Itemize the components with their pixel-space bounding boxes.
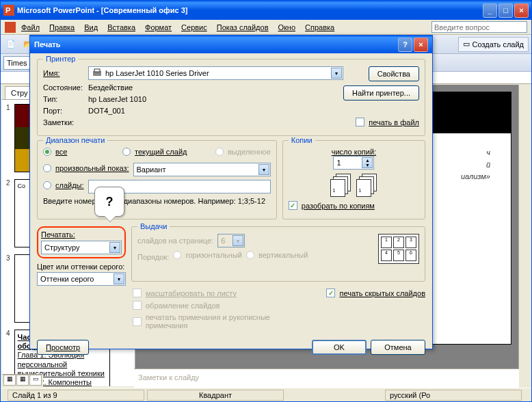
printer-legend: Принтер	[43, 55, 78, 63]
print-what-combo[interactable]: Структуру▾	[41, 241, 122, 254]
printer-name-label: Имя:	[43, 69, 84, 77]
print-what-left: Печатать: Структуру▾ Цвет или оттенки се…	[37, 226, 126, 286]
doc-icon	[5, 22, 16, 33]
dialog-close-button[interactable]: ×	[414, 38, 428, 52]
range-slides-label: слайды:	[55, 181, 84, 189]
sorter-view-button[interactable]: ▦	[16, 375, 29, 386]
menu-file[interactable]: Файл	[17, 22, 44, 33]
menu-view[interactable]: Вид	[80, 22, 102, 33]
vertical-scrollbar[interactable]	[518, 85, 530, 386]
maximize-button[interactable]: □	[498, 3, 513, 18]
tofile-label: печать в файл	[369, 118, 419, 126]
colormode-label: Цвет или оттенки серого:	[37, 263, 126, 271]
menu-edit[interactable]: Правка	[45, 22, 79, 33]
custom-show-combo[interactable]: Вариант▾	[133, 163, 271, 176]
menu-slideshow[interactable]: Показ слайдов	[213, 22, 273, 33]
printer-name-combo[interactable]: hp LaserJet 1010 Series Driver ▾	[88, 66, 343, 80]
close-button[interactable]: ×	[514, 3, 529, 18]
collate-checkbox[interactable]: ✓разобрать по копиям	[289, 201, 419, 210]
copies-spinner[interactable]: 1▲▼	[333, 156, 374, 170]
cancel-button[interactable]: Отмена	[371, 340, 425, 355]
menu-insert[interactable]: Вставка	[103, 22, 139, 33]
help-button[interactable]: ?	[398, 38, 412, 52]
perpage-combo: 6▾	[217, 234, 245, 247]
fit-label: масштабировать по листу	[146, 289, 237, 297]
radio-icon	[122, 148, 131, 156]
type-value: hp LaserJet 1010	[88, 95, 146, 103]
checkbox-icon	[133, 301, 142, 310]
checkbox-icon	[133, 289, 142, 297]
thumb-num: 3	[6, 254, 10, 323]
colormode-combo[interactable]: Оттенки серого▾	[37, 272, 126, 286]
preview-button[interactable]: Просмотр	[37, 340, 89, 355]
dialog-title: Печать	[34, 40, 60, 49]
copies-value: 1	[336, 159, 341, 167]
chevron-down-icon: ▾	[258, 164, 269, 175]
slideshow-view-button[interactable]: ▭	[29, 375, 42, 386]
ask-question-box[interactable]	[431, 21, 527, 33]
ok-button[interactable]: OK	[312, 340, 367, 355]
svg-rect-4	[94, 69, 100, 72]
range-custom-label: произвольный показ:	[55, 164, 129, 172]
printer-name-value: hp LaserJet 1010 Series Driver	[105, 69, 209, 77]
radio-icon	[215, 148, 224, 156]
radio-icon	[43, 148, 51, 156]
print-to-file-checkbox[interactable]: печать в файл	[356, 118, 419, 126]
hidden-label: печать скрытых слайдов	[339, 289, 425, 297]
comments-checkbox: печатать примечания и рукописные примеча…	[133, 313, 312, 330]
dialog-titlebar: Печать ? ×	[30, 36, 432, 53]
minimize-button[interactable]: _	[483, 3, 497, 18]
font-value: Times	[7, 59, 27, 67]
menu-format[interactable]: Формат	[141, 22, 176, 33]
comments-label: печатать примечания и рукописные примеча…	[146, 313, 313, 330]
handouts-legend: Выдачи	[137, 222, 170, 230]
type-label: Тип:	[43, 95, 84, 103]
handouts-group: Выдачи слайдов на странице: 6▾ Порядок: …	[131, 226, 425, 282]
radio-icon	[43, 181, 51, 189]
range-all-radio[interactable]: все	[43, 148, 118, 156]
printer-icon	[92, 68, 103, 79]
state-value: Бездействие	[88, 83, 133, 92]
checkbox-icon	[356, 118, 364, 126]
normal-view-button[interactable]: ▦	[3, 375, 16, 386]
spinner-icon: ▲▼	[362, 157, 373, 168]
range-slides-radio[interactable]: слайды:	[43, 181, 84, 189]
print-what-value: Структуру	[44, 243, 79, 252]
copies-legend: Копии	[289, 136, 315, 144]
view-buttons: ▦ ▦ ▭	[2, 374, 43, 386]
frame-checkbox: обрамление слайдов	[133, 301, 312, 310]
notes-placeholder: Заметки к слайду	[138, 373, 199, 381]
menu-tools[interactable]: Сервис	[177, 22, 211, 33]
range-custom-radio[interactable]: произвольный показ:	[43, 164, 129, 172]
new-button[interactable]: 📄	[3, 37, 18, 52]
printer-group: Принтер Имя: hp LaserJet 1010 Series Dri…	[37, 59, 425, 136]
horiz-label: горизонтальный	[185, 251, 242, 259]
print-dialog: Печать ? × Принтер Имя: hp LaserJet 1010…	[29, 35, 433, 349]
app-title: Microsoft PowerPoint - [Современный офис…	[17, 6, 187, 14]
range-current-radio[interactable]: текущий слайд	[122, 148, 211, 156]
radio-icon	[173, 251, 181, 259]
handout-preview: 123456	[378, 234, 419, 264]
status-lang: русский (Ро	[385, 390, 522, 401]
print-what-highlight: Печатать: Структуру▾	[37, 226, 126, 258]
copies-count-label: число копий:	[289, 148, 419, 156]
port-label: Порт:	[43, 107, 84, 115]
status-slide: Слайд 1 из 9	[8, 390, 144, 401]
chevron-down-icon: ▾	[114, 273, 124, 284]
preview-label: Просмотр	[46, 343, 80, 351]
checkbox-icon: ✓	[289, 201, 297, 210]
checkbox-icon	[133, 317, 142, 326]
find-printer-button[interactable]: Найти принтер...	[343, 85, 419, 100]
range-selection-label: выделенное	[228, 148, 271, 156]
menu-window[interactable]: Окно	[274, 22, 300, 33]
powerpoint-icon: P	[3, 5, 14, 16]
port-value: DOT4_001	[88, 107, 125, 115]
collate-label: разобрать по копиям	[302, 202, 375, 210]
properties-button[interactable]: Свойства	[369, 66, 419, 81]
frame-label: обрамление слайдов	[146, 302, 220, 310]
menubar: Файл Правка Вид Вставка Формат Сервис По…	[1, 20, 531, 35]
hidden-checkbox[interactable]: ✓печать скрытых слайдов	[326, 289, 425, 297]
order-vert-radio: вертикальный	[246, 251, 308, 259]
menu-help[interactable]: Справка	[301, 22, 338, 33]
create-slide-button[interactable]: ▭ Создать слайд	[458, 37, 529, 52]
